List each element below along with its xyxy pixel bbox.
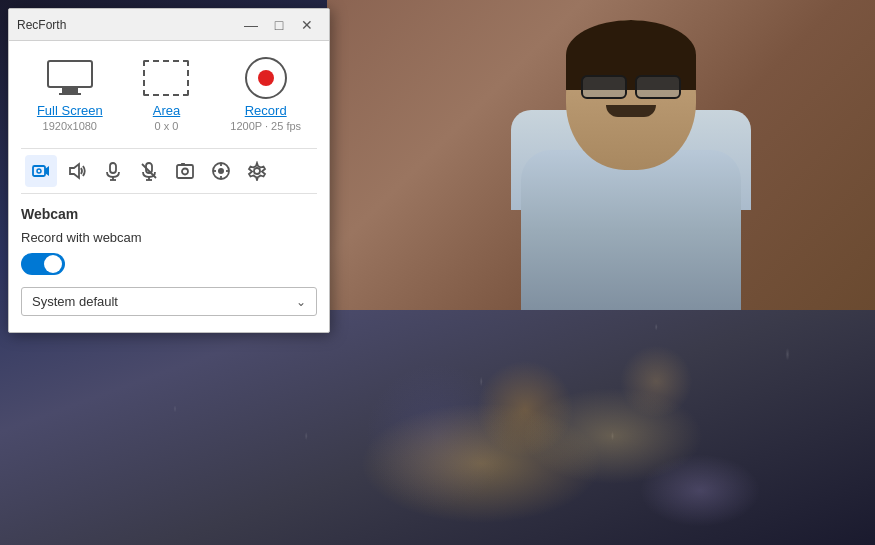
- window-controls: — □ ✕: [237, 11, 321, 39]
- fullscreen-button[interactable]: Full Screen 1920x1080: [29, 53, 111, 136]
- annotation-icon: [211, 161, 231, 181]
- mute-icon: [139, 161, 159, 181]
- svg-point-2: [37, 169, 41, 173]
- title-bar: RecForth — □ ✕: [9, 9, 329, 41]
- svg-point-12: [182, 169, 188, 175]
- mute-tool-button[interactable]: [133, 155, 165, 187]
- svg-rect-0: [33, 166, 45, 176]
- webcam-icon: [31, 161, 51, 181]
- svg-point-15: [218, 168, 224, 174]
- svg-rect-11: [177, 165, 193, 178]
- minimize-button[interactable]: —: [237, 11, 265, 39]
- speaker-tool-button[interactable]: [61, 155, 93, 187]
- screenshot-icon: [175, 161, 195, 181]
- close-button[interactable]: ✕: [293, 11, 321, 39]
- window-content: Full Screen 1920x1080 Area 0 x 0 Record: [9, 41, 329, 332]
- webcam-panel: Webcam Record with webcam System default…: [21, 206, 317, 316]
- settings-tool-button[interactable]: [241, 155, 273, 187]
- capture-row: Full Screen 1920x1080 Area 0 x 0 Record: [21, 53, 317, 136]
- app-title: RecForth: [17, 18, 66, 32]
- fullscreen-sublabel: 1920x1080: [43, 120, 97, 132]
- speaker-icon: [67, 161, 87, 181]
- area-button[interactable]: Area 0 x 0: [126, 53, 206, 136]
- microphone-icon: [103, 161, 123, 181]
- maximize-button[interactable]: □: [265, 11, 293, 39]
- record-button[interactable]: Record 1200P · 25 fps: [222, 53, 309, 136]
- fullscreen-label: Full Screen: [37, 103, 103, 118]
- webcam-preview: [327, 0, 875, 310]
- annotation-tool-button[interactable]: [205, 155, 237, 187]
- area-label: Area: [153, 103, 180, 118]
- svg-rect-4: [110, 163, 116, 173]
- app-window: RecForth — □ ✕ Full Screen 1920x1080: [8, 8, 330, 333]
- svg-point-20: [254, 168, 260, 174]
- webcam-toggle[interactable]: [21, 253, 65, 275]
- svg-rect-13: [181, 163, 185, 165]
- webcam-source-dropdown[interactable]: System default ⌄: [21, 287, 317, 316]
- webcam-toggle-wrap: [21, 253, 317, 275]
- settings-icon: [247, 161, 267, 181]
- chevron-down-icon: ⌄: [296, 295, 306, 309]
- microphone-tool-button[interactable]: [97, 155, 129, 187]
- svg-marker-3: [70, 164, 79, 178]
- webcam-toggle-label: Record with webcam: [21, 230, 317, 245]
- record-label: Record: [245, 103, 287, 118]
- toolbar-row: [21, 148, 317, 194]
- record-icon: [240, 57, 292, 99]
- screenshot-tool-button[interactable]: [169, 155, 201, 187]
- webcam-tool-button[interactable]: [25, 155, 57, 187]
- webcam-section-title: Webcam: [21, 206, 317, 222]
- record-sublabel: 1200P · 25 fps: [230, 120, 301, 132]
- toggle-knob: [44, 255, 62, 273]
- fullscreen-icon: [44, 57, 96, 99]
- area-icon: [140, 57, 192, 99]
- area-sublabel: 0 x 0: [155, 120, 179, 132]
- dropdown-value: System default: [32, 294, 118, 309]
- person-preview: [481, 20, 781, 310]
